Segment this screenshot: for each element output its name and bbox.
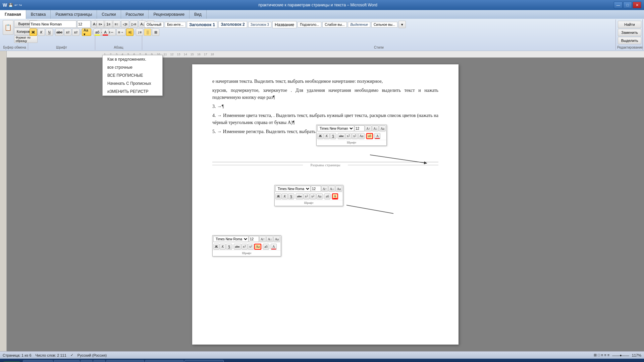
mini-aa-3[interactable]: Аа — [254, 244, 262, 250]
underline-button[interactable]: Ч — [46, 28, 53, 36]
mini-strike-2[interactable]: abc — [296, 193, 303, 199]
mini-font-select-2[interactable]: Times New Roman — [275, 186, 311, 192]
justify-button[interactable]: ≡| — [126, 28, 133, 36]
mini-underline-3[interactable]: Ч — [226, 244, 232, 250]
mini-grow-1[interactable]: A↑ — [365, 125, 372, 131]
highlight-button[interactable]: аб — [94, 28, 101, 36]
mini-highlight-1[interactable]: аб — [366, 133, 373, 139]
mini-grow-2[interactable]: A↑ — [321, 186, 328, 192]
taskbar-firefox[interactable]: 🦊 — [93, 360, 105, 362]
mini-sup-3[interactable]: x2 — [248, 244, 254, 250]
style-no-spacing[interactable]: Без инте... — [165, 22, 186, 27]
quick-access-save[interactable]: 💾 — [8, 3, 13, 7]
mini-shrink-2[interactable]: A↓ — [328, 186, 335, 192]
select-button[interactable]: Выделить — [618, 37, 641, 44]
mini-aa-2[interactable]: Аа — [316, 193, 323, 199]
mini-shrink-1[interactable]: A↓ — [372, 125, 379, 131]
mini-case-3[interactable]: Аа — [273, 236, 280, 242]
style-normal[interactable]: Обычный — [144, 22, 164, 27]
mini-italic-1[interactable]: К — [324, 133, 330, 139]
replace-button[interactable]: Заменить — [618, 29, 641, 36]
tab-page-layout[interactable]: Разметка страницы — [51, 10, 97, 19]
mini-shrink-3[interactable]: A↓ — [266, 236, 273, 242]
mini-bold-3[interactable]: Ж — [213, 244, 219, 250]
increase-indent-button[interactable]: ▷≡ — [130, 20, 138, 28]
tab-view[interactable]: Вид — [190, 10, 207, 19]
mini-color-2[interactable]: А — [332, 193, 338, 199]
case-upper[interactable]: ВСЕ ПРОПИСНЫЕ — [103, 71, 162, 79]
align-right-button[interactable]: ≡→ — [116, 28, 125, 36]
taskbar-yandex[interactable]: Я Жаравина А... — [106, 360, 144, 362]
case-title[interactable]: Начинать С Прописных — [103, 79, 162, 87]
quick-access-undo[interactable]: ↩ — [14, 3, 17, 7]
mini-grow-3[interactable]: A↑ — [259, 236, 266, 242]
mini-highlight-3[interactable]: аб — [263, 244, 269, 250]
style-intense-emphasis[interactable]: Сильное вы... — [371, 22, 397, 27]
superscript-button[interactable]: x2 — [72, 28, 79, 36]
mini-sub-3[interactable]: x2 — [241, 244, 248, 250]
close-button[interactable]: ✕ — [633, 2, 641, 8]
style-heading1[interactable]: Заголовок 1 — [187, 21, 217, 28]
taskbar-word2[interactable]: W практически... — [184, 360, 223, 362]
mini-size-2[interactable] — [311, 186, 321, 192]
mini-italic-2[interactable]: К — [282, 193, 288, 199]
minimize-button[interactable]: — — [614, 2, 623, 8]
mini-italic-3[interactable]: К — [220, 244, 226, 250]
mini-underline-1[interactable]: Ч — [330, 133, 336, 139]
tab-home[interactable]: Главная — [0, 10, 26, 19]
tab-review[interactable]: Рецензирование — [149, 10, 190, 19]
bullets-button[interactable]: ≡• — [97, 20, 104, 28]
maximize-button[interactable]: □ — [623, 2, 632, 8]
taskbar-folder2[interactable]: 📁 7 класс — [54, 360, 80, 362]
font-color-button[interactable]: А — [102, 28, 109, 36]
tab-references[interactable]: Ссылки — [97, 10, 121, 19]
style-emphasis[interactable]: Выделение — [348, 22, 370, 27]
case-lower[interactable]: все строчные — [103, 63, 162, 71]
mini-color-3[interactable]: А — [271, 244, 277, 250]
strikethrough-button[interactable]: abc — [55, 28, 63, 36]
change-case-button[interactable]: Аа ▾ — [82, 28, 91, 36]
mini-bold-1[interactable]: Ж — [317, 133, 323, 139]
quick-access-redo[interactable]: ↪ — [19, 3, 22, 7]
font-size-input[interactable] — [77, 20, 91, 28]
mini-sup-2[interactable]: x2 — [310, 193, 316, 199]
taskbar-chrome[interactable]: 🌐 — [80, 360, 93, 362]
mini-bold-2[interactable]: Ж — [275, 193, 281, 199]
mini-sub-2[interactable]: x2 — [304, 193, 310, 199]
bold-button[interactable]: Ж — [30, 28, 37, 36]
mini-underline-2[interactable]: Ч — [288, 193, 294, 199]
mini-aa-1[interactable]: Аа — [358, 133, 365, 139]
mini-case-1[interactable]: Аа — [379, 125, 386, 131]
mini-font-select-3[interactable]: Times New Roman — [213, 236, 249, 242]
tab-insert[interactable]: Вставка — [26, 10, 51, 19]
style-subtitle[interactable]: Подзаголо... — [298, 22, 321, 27]
mini-size-3[interactable] — [249, 236, 259, 242]
mini-size-1[interactable] — [355, 125, 365, 131]
tab-mailings[interactable]: Рассылки — [121, 10, 149, 19]
case-toggle[interactable]: иЗМЕНИТЬ РЕГИСТР — [103, 87, 162, 96]
mini-strike-3[interactable]: abc — [234, 244, 241, 250]
mini-strike-1[interactable]: abc — [338, 133, 345, 139]
taskbar-word1[interactable]: W 9 занятие-1 ... — [145, 360, 184, 362]
taskbar-folder1[interactable]: 📁 для сайта — [23, 360, 53, 362]
mini-font-select-1[interactable]: Times New Roman — [317, 125, 354, 131]
decrease-indent-button[interactable]: ◁≡ — [121, 20, 129, 28]
style-heading3[interactable]: Заголовок 3 — [248, 22, 271, 27]
zoom-slider[interactable]: ——●—— — [612, 353, 629, 357]
style-title[interactable]: Название — [272, 21, 297, 28]
italic-button[interactable]: К — [38, 28, 45, 36]
mini-highlight-2[interactable]: аб — [324, 193, 330, 199]
font-name-input[interactable] — [30, 20, 76, 28]
styles-more-button[interactable]: ▾ — [398, 21, 406, 28]
style-subtle-emphasis[interactable]: Слабое вы... — [322, 22, 347, 27]
mini-case-2[interactable]: Аа — [335, 186, 342, 192]
paste-button[interactable]: 📋 — [3, 20, 13, 35]
mini-sub-1[interactable]: x2 — [345, 133, 352, 139]
case-sentence[interactable]: Как в предложениях. — [103, 55, 162, 63]
multi-level-button[interactable]: ≡↑ — [113, 20, 120, 28]
find-button[interactable]: Найти — [618, 21, 641, 28]
mini-color-1[interactable]: А — [374, 133, 380, 139]
numbering-button[interactable]: 1≡ — [105, 20, 112, 28]
mini-sup-1[interactable]: x2 — [352, 133, 358, 139]
subscript-button[interactable]: x2 — [64, 28, 71, 36]
